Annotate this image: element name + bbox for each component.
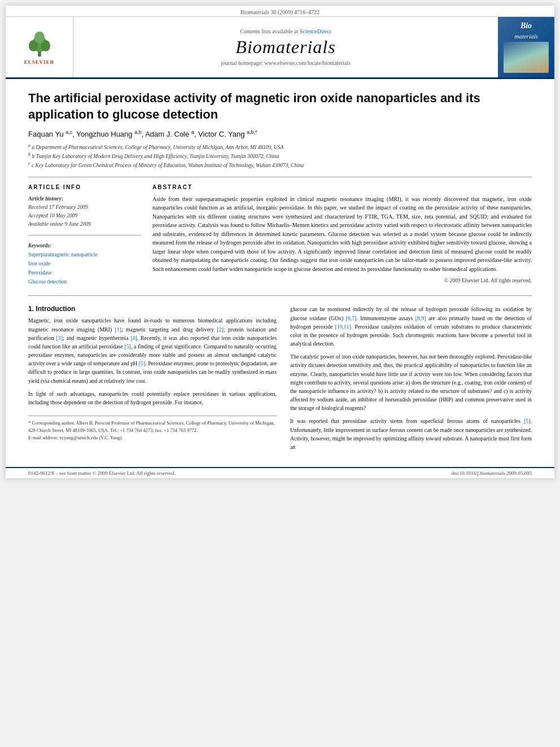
article-title: The artificial peroxidase activity of ma… bbox=[28, 90, 532, 123]
footer-doi: doi:10.1016/j.biomaterials.2009.05.005 bbox=[452, 470, 532, 476]
biomaterials-cover-thumb: Bio materials bbox=[498, 17, 554, 77]
copyright-line: © 2009 Elsevier Ltd. All rights reserved… bbox=[152, 278, 532, 283]
keyword-3: Peroxidase bbox=[28, 268, 141, 277]
elsevier-text: ELSEVIER bbox=[24, 59, 55, 65]
main-content: The artificial peroxidase activity of ma… bbox=[6, 79, 554, 467]
article-history: Article history: Received 17 February 20… bbox=[28, 195, 141, 229]
right-para-1: glucose can be monitored indirectly by o… bbox=[290, 305, 532, 348]
sciencedirect-line: Contents lists available at ScienceDirec… bbox=[240, 28, 331, 34]
page-footer: 0142-9612/$ – see front matter © 2009 El… bbox=[6, 467, 554, 478]
keyword-4: Glucose detection bbox=[28, 277, 141, 286]
affiliations: a a Department of Pharmaceutical Science… bbox=[28, 142, 532, 170]
journal-homepage: journal homepage: www.elsevier.com/locat… bbox=[221, 60, 351, 66]
journal-center: Contents lists available at ScienceDirec… bbox=[73, 17, 498, 77]
footer-issn: 0142-9612/$ – see front matter © 2009 El… bbox=[28, 470, 176, 476]
footnote-email: E-mail address: vcyang@umich.edu (V.C. Y… bbox=[28, 434, 277, 442]
journal-header: ELSEVIER Contents lists available at Sci… bbox=[6, 17, 554, 79]
top-bar: Biomaterials 30 (2009) 4716–4722 bbox=[6, 6, 554, 17]
intro-para-1: Magnetic, iron oxide nanoparticles have … bbox=[28, 316, 277, 385]
journal-title: Biomaterials bbox=[235, 37, 335, 58]
keywords-section: Keywords: Superparamagnetic nanoparticle… bbox=[28, 241, 141, 287]
abstract-label: ABSTRACT bbox=[152, 184, 532, 190]
footer-notes: * Corresponding author. Albert B. Presco… bbox=[28, 416, 277, 441]
sciencedirect-link[interactable]: ScienceDirect bbox=[299, 28, 331, 34]
footnote-corresponding: * Corresponding author. Albert B. Presco… bbox=[28, 420, 277, 434]
accepted-date: Accepted 10 May 2009 bbox=[28, 213, 77, 219]
divider-keywords bbox=[28, 235, 141, 235]
divider-body bbox=[28, 295, 532, 296]
history-label: Article history: bbox=[28, 196, 63, 202]
body-two-col: 1. Introduction Magnetic, iron oxide nan… bbox=[28, 305, 532, 456]
svg-point-4 bbox=[34, 32, 44, 44]
body-right-col: glucose can be monitored indirectly by o… bbox=[290, 305, 532, 456]
keyword-1: Superparamagnetic nanoparticle bbox=[28, 250, 141, 259]
body-content: 1. Introduction Magnetic, iron oxide nan… bbox=[28, 305, 532, 456]
divider-1 bbox=[28, 177, 532, 177]
available-date: Available online 9 June 2009 bbox=[28, 221, 91, 227]
abstract-text: Aside from their superparamagnetic prope… bbox=[152, 195, 532, 274]
elsevier-logo-block: ELSEVIER bbox=[6, 17, 73, 77]
authors-line: Faquan Yu a,c, Yongzhuo Huang a,b, Adam … bbox=[28, 129, 532, 138]
article-info-label: ARTICLE INFO bbox=[28, 184, 141, 190]
elsevier-tree-icon bbox=[23, 29, 56, 58]
body-left-col: 1. Introduction Magnetic, iron oxide nan… bbox=[28, 305, 277, 456]
journal-citation: Biomaterials 30 (2009) 4716–4722 bbox=[240, 9, 320, 15]
article-info-abstract: ARTICLE INFO Article history: Received 1… bbox=[28, 184, 532, 286]
section1-heading: 1. Introduction bbox=[28, 305, 277, 313]
intro-para-2: In light of such advantages, nanoparticl… bbox=[28, 390, 277, 407]
right-para-2: The catalytic power of iron oxide nanopa… bbox=[290, 352, 532, 412]
keywords-label: Keywords: bbox=[28, 243, 51, 248]
page: Biomaterials 30 (2009) 4716–4722 ELSEVIE… bbox=[6, 6, 554, 478]
keyword-2: Iron oxide bbox=[28, 259, 141, 268]
received-date: Received 17 February 2009 bbox=[28, 204, 88, 210]
abstract-column: ABSTRACT Aside from their superparamagne… bbox=[152, 184, 532, 286]
right-para-3: It was reported that peroxidase activity… bbox=[290, 417, 532, 451]
article-info-column: ARTICLE INFO Article history: Received 1… bbox=[28, 184, 141, 286]
